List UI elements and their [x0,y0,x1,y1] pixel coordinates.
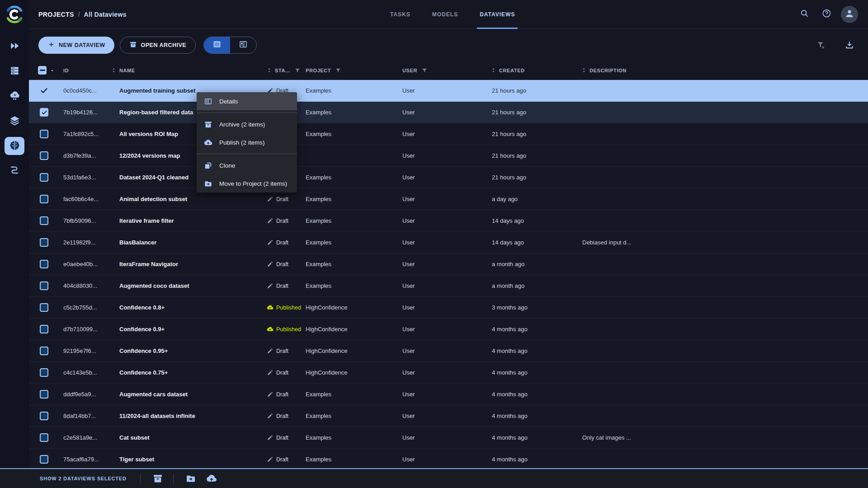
tab-models[interactable]: MODELS [429,0,461,28]
card-view-button[interactable] [230,37,256,53]
table-row[interactable]: 2e11982f9...BiasBalancerDraftExamplesUse… [29,232,868,253]
cell-select [29,433,55,442]
column-header-user[interactable]: USER [396,67,486,74]
row-checkbox[interactable] [40,433,48,442]
table-row[interactable]: c4c143e5b...Confidence 0.75+DraftHighCon… [29,362,868,384]
table-row[interactable]: 7a1fc892c5...All versions ROI MapDraftEx… [29,123,868,145]
clear-filters-button[interactable] [816,40,826,50]
row-checkbox[interactable] [40,173,48,182]
help-button[interactable] [819,7,834,22]
cell-user: User [396,217,486,224]
cell-select [29,108,55,117]
table-row[interactable]: 8daf14bb7...11/2024-all datasets infinit… [29,405,868,427]
sort-icon [110,67,117,74]
footer-publish-button[interactable] [206,473,217,484]
sidebar-item-projects[interactable] [5,38,24,56]
search-button[interactable] [797,7,812,22]
table-row[interactable]: c2e581a9e...Cat subsetDraftExamplesUser4… [29,427,868,449]
row-checkbox[interactable] [40,412,48,420]
column-header-created[interactable]: CREATED [486,67,577,74]
menu-item-details[interactable]: Details [197,92,297,110]
open-archive-label: OPEN ARCHIVE [141,42,187,48]
table-row[interactable]: 75acaf6a79...Tiger subsetDraftExamplesUs… [29,449,868,470]
filter-icon[interactable] [335,67,341,74]
selection-count-label: SHOW 2 DATAVIEWS SELECTED [40,476,127,481]
cell-status: Draft [264,347,300,354]
table-row[interactable]: 7b19b4126...Region-based filtered dataDr… [29,102,868,123]
table-row[interactable]: c5c2b755d...Confidence 0.8+PublishedHigh… [29,297,868,319]
table-row[interactable]: d3b7fe39a...12/2024 versions mapDraftUse… [29,145,868,167]
open-archive-button[interactable]: OPEN ARCHIVE [120,37,196,54]
cell-created: a month ago [486,282,577,289]
new-dataview-button[interactable]: NEW DATAVIEW [38,37,114,54]
column-header-project[interactable]: PROJECT [300,67,396,74]
footer-archive-button[interactable] [152,473,163,484]
row-checkbox[interactable] [40,151,48,160]
column-header-description[interactable]: DESCRIPTION [577,67,868,74]
cell-select [29,412,55,420]
sidebar-item-workers-queues[interactable] [5,62,24,80]
publish-icon [204,138,212,147]
row-checkbox[interactable] [40,216,48,225]
row-checkbox[interactable] [40,260,48,268]
row-checkbox[interactable] [40,368,48,377]
tab-dataviews[interactable]: DATAVIEWS [477,0,518,28]
select-dropdown-caret[interactable] [49,67,55,74]
footer-divider [140,474,141,483]
avatar-button[interactable] [841,6,858,23]
tab-tasks[interactable]: TASKS [387,0,413,28]
table-body: 0c0cd450c...Augmented training subsetDra… [29,80,868,488]
row-checkbox[interactable] [40,390,48,399]
menu-item-clone[interactable]: Clone [197,156,297,174]
column-header-status[interactable]: STA... [264,67,300,74]
row-checkbox[interactable] [40,238,48,247]
toolbar: NEW DATAVIEW OPEN ARCHIVE [29,29,868,61]
table-row[interactable]: e0aebe40b...IteraFrame NavigatorDraftExa… [29,253,868,275]
sidebar-item-datasets[interactable] [5,112,24,130]
menu-item-archive-2-items[interactable]: Archive (2 items) [197,115,297,133]
column-header-name[interactable]: NAME [108,67,264,74]
row-checkbox[interactable] [40,130,48,138]
row-checkbox[interactable] [40,195,48,203]
move-to-project-icon [204,179,212,188]
app: PROJECTS / All Dataviews TASKS MODELS DA… [0,0,868,488]
table-row[interactable]: dddf9e5a9...Augmented cars datasetDraftE… [29,384,868,405]
sidebar-item-hyper-datasets[interactable] [5,137,24,155]
cell-project: HighConfidence [300,347,396,354]
table-row[interactable]: 404c88030...Augmented coco datasetDraftE… [29,275,868,297]
row-checkbox[interactable] [40,347,48,355]
topbar-actions [797,6,858,23]
filter-icon[interactable] [421,67,428,74]
table-view-button[interactable] [204,37,230,53]
table-row[interactable]: fac60b6c4e...Animal detection subsetDraf… [29,188,868,210]
column-label: NAME [119,68,135,73]
cell-user: User [396,413,486,419]
cell-name: Confidence 0.9+ [108,326,264,333]
breadcrumb-projects[interactable]: PROJECTS [38,11,74,18]
row-checkbox[interactable] [40,282,48,290]
table-row[interactable]: d7b710099...Confidence 0.9+PublishedHigh… [29,319,868,340]
sidebar-item-pipelines[interactable] [5,162,24,180]
row-checked-mark[interactable] [40,86,48,95]
pencil-icon [267,413,274,419]
menu-item-publish-2-items[interactable]: Publish (2 items) [197,133,297,151]
cell-user: User [396,239,486,246]
table-row[interactable]: 53d1fa6e3...Dataset 2024-Q1 cleanedDraft… [29,167,868,188]
row-checkbox[interactable] [40,303,48,312]
table-row[interactable]: 0c0cd450c...Augmented training subsetDra… [29,80,868,102]
cell-created: 21 hours ago [486,131,577,137]
clearml-logo[interactable] [0,0,29,29]
select-all-checkbox[interactable] [38,66,47,75]
filter-icon[interactable] [294,67,301,74]
download-button[interactable] [844,40,854,50]
table-row[interactable]: 7bfb59096...Iterative frame filterDraftE… [29,210,868,232]
row-checkbox[interactable] [40,325,48,333]
footer-move-to-project-button[interactable] [185,473,196,484]
menu-item-move-to-project-2-items[interactable]: Move to Project (2 items) [197,174,297,192]
cell-status: Draft [264,456,300,463]
sidebar-item-cloud-services[interactable] [5,87,24,105]
row-checkbox[interactable] [40,455,48,464]
table-row[interactable]: 92195e7f6...Confidence 0.95+DraftHighCon… [29,340,868,362]
column-header-id[interactable]: ID [55,68,108,73]
row-checkbox[interactable] [40,108,48,117]
